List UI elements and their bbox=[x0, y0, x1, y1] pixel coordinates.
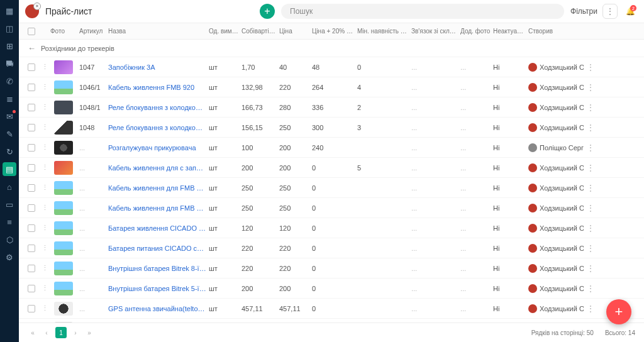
col-min-stock[interactable]: Мін. наявність на складі bbox=[356, 28, 410, 35]
sidebar-item-0[interactable]: ▦ bbox=[3, 4, 16, 18]
add-button[interactable]: + bbox=[260, 4, 275, 19]
table-row[interactable]: ⋮...Батарея живлення CICADO новашт120120… bbox=[19, 218, 644, 238]
row-menu-icon[interactable]: ⋮ bbox=[584, 123, 597, 133]
col-price[interactable]: Ціна bbox=[278, 28, 311, 35]
drag-handle-icon[interactable]: ⋮ bbox=[40, 264, 49, 272]
sidebar-item-14[interactable]: ⚙ bbox=[3, 250, 16, 264]
col-unit[interactable]: Од. виміру bbox=[208, 28, 240, 35]
breadcrumb-label[interactable]: Розхідники до трекерів bbox=[41, 45, 114, 52]
more-button[interactable]: ⋮ bbox=[602, 4, 618, 19]
table-row[interactable]: ⋮...GPS антенна звичайна(teltonika,bitre… bbox=[19, 299, 644, 319]
thumbnail[interactable] bbox=[54, 262, 73, 275]
drag-handle-icon[interactable]: ⋮ bbox=[40, 143, 49, 152]
sidebar-item-3[interactable]: ⛟ bbox=[3, 57, 16, 70]
col-inactive[interactable]: Неактуальний bbox=[492, 28, 527, 35]
table-row[interactable]: ⋮1048/1Реле блокування з колодкою 24в.шт… bbox=[19, 97, 644, 118]
sidebar-item-4[interactable]: ✆ bbox=[3, 74, 16, 88]
col-sku[interactable]: Артикул bbox=[78, 28, 107, 35]
table-row[interactable]: ⋮...Кабель живлення для FMB 140шт2502500… bbox=[19, 178, 644, 198]
thumbnail[interactable] bbox=[54, 201, 73, 215]
row-checkbox[interactable] bbox=[28, 245, 35, 252]
cell-name[interactable]: Кабель живлення для FMB 125 bbox=[107, 204, 208, 212]
row-checkbox[interactable] bbox=[28, 144, 35, 152]
row-menu-icon[interactable]: ⋮ bbox=[584, 163, 597, 173]
cell-name[interactable]: Батарея живлення CICADO нова bbox=[107, 224, 208, 232]
notifications-icon[interactable]: 🔔2 bbox=[623, 4, 638, 19]
table-row[interactable]: ⋮...Розгалужувач прикурювачашт100200240.… bbox=[19, 138, 644, 158]
row-checkbox[interactable] bbox=[28, 124, 35, 131]
page-first[interactable]: « bbox=[28, 328, 38, 338]
sidebar-item-13[interactable]: ⬡ bbox=[3, 233, 16, 246]
drag-handle-icon[interactable]: ⋮ bbox=[40, 163, 49, 172]
drag-handle-icon[interactable]: ⋮ bbox=[40, 244, 49, 252]
cell-creator[interactable]: Ходзицький Олег bbox=[527, 244, 584, 253]
cell-name[interactable]: Внутрішня батарея Bitrek 8-ї серії bbox=[107, 265, 208, 272]
sidebar-item-2[interactable]: ⊞ bbox=[3, 39, 16, 53]
row-checkbox[interactable] bbox=[28, 184, 35, 192]
row-menu-icon[interactable]: ⋮ bbox=[584, 263, 597, 273]
select-all-checkbox[interactable] bbox=[28, 28, 35, 35]
sidebar-item-1[interactable]: ◫ bbox=[3, 21, 16, 35]
cell-creator[interactable]: Поліщко Сергій bbox=[527, 143, 584, 152]
cell-creator[interactable]: Ходзицький Олег bbox=[527, 264, 584, 273]
table-row[interactable]: ⋮1048Реле блокування з колодкою 12в.шт15… bbox=[19, 118, 644, 138]
col-name[interactable]: Назва bbox=[107, 28, 208, 35]
row-menu-icon[interactable]: ⋮ bbox=[584, 62, 597, 72]
cell-creator[interactable]: Ходзицький Олег bbox=[527, 83, 584, 92]
row-checkbox[interactable] bbox=[28, 63, 35, 71]
table-row[interactable]: ⋮1047Запобіжник 3Ашт1,7040480......НіХод… bbox=[19, 57, 644, 77]
fab-add-button[interactable]: + bbox=[606, 299, 631, 324]
thumbnail[interactable] bbox=[54, 141, 73, 155]
row-checkbox[interactable] bbox=[28, 84, 35, 91]
cell-creator[interactable]: Ходзицький Олег bbox=[527, 204, 584, 212]
cell-name[interactable]: GPS антенна звичайна(teltonika,bitrek(8,… bbox=[107, 305, 208, 312]
page-last[interactable]: » bbox=[84, 328, 94, 338]
user-avatar[interactable] bbox=[25, 4, 39, 18]
table-row[interactable]: ⋮...Батарея питания CICADO стараяшт22022… bbox=[19, 238, 644, 258]
row-menu-icon[interactable]: ⋮ bbox=[584, 143, 597, 153]
row-menu-icon[interactable]: ⋮ bbox=[584, 243, 597, 253]
sidebar-item-8[interactable]: ↻ bbox=[3, 145, 16, 158]
cell-name[interactable]: Кабель живлення для FMB 140 bbox=[107, 184, 208, 192]
sidebar-item-9[interactable]: ▤ bbox=[3, 162, 16, 176]
cell-name[interactable]: Розгалужувач прикурювача bbox=[107, 144, 208, 152]
per-page-label[interactable]: Рядків на сторінці: 50 bbox=[531, 329, 594, 336]
sidebar-item-10[interactable]: ⌂ bbox=[3, 180, 16, 194]
thumbnail[interactable] bbox=[54, 121, 73, 135]
table-row[interactable]: ⋮...Внутрішня батарея Bitrek 5-ї серіїшт… bbox=[19, 279, 644, 299]
drag-handle-icon[interactable]: ⋮ bbox=[40, 204, 49, 212]
cell-creator[interactable]: Ходзицький Олег bbox=[527, 163, 584, 172]
row-menu-icon[interactable]: ⋮ bbox=[584, 203, 597, 213]
cell-name[interactable]: Запобіжник 3А bbox=[107, 63, 208, 71]
thumbnail[interactable] bbox=[54, 241, 73, 255]
table-row[interactable]: ⋮...Кабель живлення для с запобіжником F… bbox=[19, 158, 644, 178]
page-next[interactable]: › bbox=[70, 328, 80, 338]
filters-link[interactable]: Фільтри bbox=[570, 7, 597, 16]
table-row[interactable]: ⋮...Кабель живлення для FMB 125шт2502500… bbox=[19, 198, 644, 218]
cell-creator[interactable]: Ходзицький Олег bbox=[527, 123, 584, 132]
row-menu-icon[interactable]: ⋮ bbox=[584, 304, 597, 314]
row-menu-icon[interactable]: ⋮ bbox=[584, 102, 597, 113]
page-prev[interactable]: ‹ bbox=[42, 328, 52, 338]
drag-handle-icon[interactable]: ⋮ bbox=[40, 224, 49, 232]
thumbnail[interactable] bbox=[54, 80, 73, 94]
cell-name[interactable]: Реле блокування з колодкою 12в. bbox=[107, 124, 208, 131]
cell-creator[interactable]: Ходзицький Олег bbox=[527, 184, 584, 192]
row-checkbox[interactable] bbox=[28, 204, 35, 212]
row-checkbox[interactable] bbox=[28, 164, 35, 172]
row-menu-icon[interactable]: ⋮ bbox=[584, 183, 597, 193]
thumbnail[interactable] bbox=[54, 60, 73, 74]
thumbnail[interactable] bbox=[54, 101, 73, 114]
drag-handle-icon[interactable]: ⋮ bbox=[40, 123, 49, 131]
thumbnail[interactable] bbox=[54, 221, 73, 235]
drag-handle-icon[interactable]: ⋮ bbox=[40, 284, 49, 292]
sidebar-item-6[interactable]: ✉ bbox=[3, 109, 16, 123]
row-checkbox[interactable] bbox=[28, 104, 35, 111]
sidebar-item-11[interactable]: ▭ bbox=[3, 197, 16, 211]
row-checkbox[interactable] bbox=[28, 265, 35, 272]
drag-handle-icon[interactable]: ⋮ bbox=[40, 304, 49, 312]
col-photo[interactable]: Фото bbox=[49, 28, 78, 35]
cell-name[interactable]: Батарея питания CICADO старая bbox=[107, 245, 208, 252]
row-checkbox[interactable] bbox=[28, 305, 35, 312]
row-checkbox[interactable] bbox=[28, 224, 35, 232]
